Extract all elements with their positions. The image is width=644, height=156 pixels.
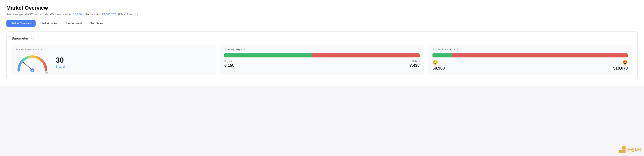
loss-emoji: 😍 <box>622 60 628 65</box>
buyers-bar-segment <box>224 53 312 57</box>
traders-bar <box>224 53 420 57</box>
gauge-max: 100 <box>45 72 48 74</box>
loss-bar-segment <box>452 53 628 57</box>
loss-stat: 😍 518,073 <box>613 60 628 70</box>
sellers-value: 7,438 <box>410 63 420 68</box>
sentiment-value: 30 💧 Cool <box>55 57 65 68</box>
page-wrapper: Market Overview Real time global NFT mar… <box>0 0 644 86</box>
sentiment-panel: Market Sentiment i <box>12 45 216 75</box>
buyers-value: 6,158 <box>224 63 234 68</box>
svg-text:N: N <box>32 69 33 71</box>
sentiment-info-icon: i <box>38 48 42 51</box>
pnl-panel: 30D Profit & Loss i 😊 59,908 😍 <box>428 45 632 75</box>
subtitle-collections-suffix: collections and <box>82 13 102 16</box>
nft-link[interactable]: 79,543,237 <box>102 13 116 16</box>
sellers-bar-segment <box>312 53 420 57</box>
svg-rect-5 <box>622 146 626 149</box>
traders-panel: Traders(24H) i Buyers 6,158 Sellers <box>220 45 424 75</box>
profit-emoji: 😊 <box>432 60 438 65</box>
profit-value: 59,908 <box>432 66 445 70</box>
tab-leaderboard[interactable]: Leaderboard <box>62 20 86 27</box>
pnl-info-icon: i <box>454 48 458 51</box>
profit-bar-segment <box>432 53 452 57</box>
tab-top-sales[interactable]: Top Sales <box>87 20 107 27</box>
buyers-stat: Buyers 6,158 <box>224 60 234 68</box>
watermark-text: 金色财经 <box>627 147 642 152</box>
gauge-wrap: N 1 100 <box>16 53 48 71</box>
subtitle-info-icon: i <box>135 13 138 16</box>
tab-marketplaces[interactable]: Marketplaces <box>36 20 61 27</box>
traders-info-icon: i <box>242 48 245 51</box>
loss-value: 518,073 <box>613 66 628 70</box>
sellers-label: Sellers <box>410 60 420 63</box>
subtitle-nft-suffix: NFTs in total. <box>117 13 133 16</box>
pnl-bar-container <box>432 53 628 57</box>
sellers-stat: Sellers 7,438 <box>410 60 420 68</box>
collections-link[interactable]: 24,956 <box>73 13 82 16</box>
sentiment-label: Market Sentiment i <box>16 48 212 51</box>
tab-market-overview[interactable]: Market Overview <box>6 20 36 27</box>
tab-bar: Market Overview Marketplaces Leaderboard… <box>6 20 638 27</box>
gauge-min: 1 <box>16 72 18 74</box>
metrics-row: Market Sentiment i <box>12 45 632 75</box>
svg-rect-4 <box>619 150 622 153</box>
gauge-svg: N <box>16 53 48 71</box>
subtitle-prefix: Real time global NFT market data. We hav… <box>6 13 73 16</box>
watermark-logo-icon <box>619 146 626 153</box>
gauge-container: N 1 100 30 💧 Cool <box>16 53 212 71</box>
pnl-stats: 😊 59,908 😍 518,073 <box>432 60 628 70</box>
sentiment-number: 30 <box>55 57 65 64</box>
droplet-icon: 💧 <box>55 65 58 68</box>
subtitle: Real time global NFT market data. We hav… <box>6 13 638 16</box>
traders-label: Traders(24H) i <box>224 48 420 51</box>
page-title: Market Overview <box>6 5 638 11</box>
sentiment-status: 💧 Cool <box>55 65 65 68</box>
pnl-bar <box>432 53 628 57</box>
barometer-title: Barometer i <box>12 36 632 41</box>
profit-stat: 😊 59,908 <box>432 60 445 70</box>
pnl-label: 30D Profit & Loss i <box>432 48 628 51</box>
watermark: 金色财经 <box>619 146 642 153</box>
buyers-label: Buyers <box>224 60 234 63</box>
svg-rect-6 <box>622 150 626 153</box>
traders-bar-container <box>224 53 420 57</box>
barometer-card: Barometer i Market Sentiment i <box>6 31 638 80</box>
gauge-labels: 1 100 <box>16 72 48 74</box>
traders-stats: Buyers 6,158 Sellers 7,438 <box>224 60 420 68</box>
barometer-info-icon: i <box>30 37 34 40</box>
